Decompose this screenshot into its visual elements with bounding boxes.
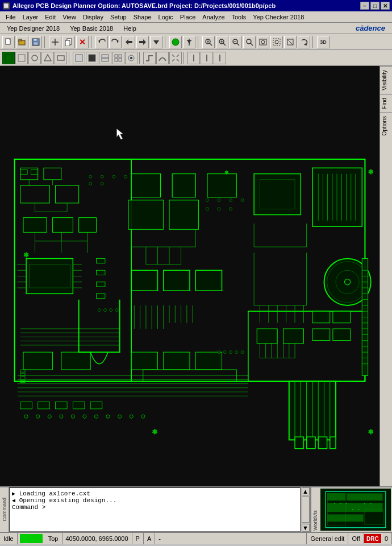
svg-rect-173 xyxy=(283,329,304,344)
svg-point-195 xyxy=(94,415,98,418)
console-scrollbar[interactable]: ▲ ▼ xyxy=(301,487,310,532)
menu-view[interactable]: View xyxy=(59,13,80,22)
menu-display[interactable]: Display xyxy=(80,13,107,22)
svg-rect-172 xyxy=(257,329,277,344)
tb2-line2[interactable] xyxy=(201,52,213,64)
tb-zoom-out[interactable] xyxy=(230,36,242,48)
minimize-button[interactable]: − xyxy=(360,2,369,10)
tb-new[interactable] xyxy=(2,36,15,48)
svg-point-194 xyxy=(83,415,86,418)
tb2-shape3[interactable] xyxy=(99,52,111,64)
svg-text:✱: ✱ xyxy=(369,167,374,176)
tb2-expand[interactable] xyxy=(169,52,182,64)
tb2-circle[interactable] xyxy=(28,52,41,64)
svg-point-44 xyxy=(32,55,37,61)
svg-rect-242 xyxy=(327,493,345,500)
menu-analyze[interactable]: Analyze xyxy=(199,13,228,22)
tb-down[interactable] xyxy=(150,36,162,48)
svg-line-34 xyxy=(251,43,253,46)
svg-rect-43 xyxy=(18,55,25,61)
menu-edit[interactable]: Edit xyxy=(41,13,59,22)
tb-zoom-in[interactable] xyxy=(216,36,228,48)
tb-zoom-world[interactable] xyxy=(257,36,269,48)
console-line-3-text: Command > xyxy=(12,504,45,511)
tb2-line1[interactable] xyxy=(187,52,200,64)
title-bar: 🔲 Allegro PCB Design Planner Option: AUT… xyxy=(0,0,392,11)
svg-rect-52 xyxy=(119,55,122,57)
menu-help[interactable]: Help xyxy=(119,24,141,33)
tb-back[interactable] xyxy=(123,36,135,48)
menu-file[interactable]: File xyxy=(2,13,19,22)
svg-marker-15 xyxy=(143,39,146,45)
status-p[interactable]: P xyxy=(132,533,144,544)
tb-cross[interactable] xyxy=(49,36,61,48)
tb-zoom-fit[interactable] xyxy=(202,36,215,48)
status-idle: Idle xyxy=(0,533,18,544)
svg-rect-14 xyxy=(128,41,132,43)
svg-rect-181 xyxy=(131,352,157,370)
find-button[interactable]: Find xyxy=(380,94,392,112)
tb-3d[interactable]: 3D xyxy=(317,36,330,48)
tb-redo[interactable] xyxy=(109,36,122,48)
svg-rect-130 xyxy=(312,168,362,226)
svg-rect-77 xyxy=(23,218,47,233)
svg-marker-21 xyxy=(187,40,191,44)
tb2-triangle[interactable] xyxy=(41,52,54,64)
status-count: 0 xyxy=(381,533,392,544)
tb2-rect-select[interactable] xyxy=(55,52,67,64)
svg-rect-79 xyxy=(79,218,97,233)
tb-save[interactable] xyxy=(30,36,42,48)
menu-yep-basic[interactable]: Yep Basic 2018 xyxy=(65,24,118,33)
svg-rect-78 xyxy=(52,218,73,233)
tb2-shape2[interactable] xyxy=(86,52,98,64)
tb2-via[interactable] xyxy=(125,52,137,64)
tb2-select[interactable] xyxy=(2,52,15,64)
tb2-unselect[interactable] xyxy=(15,52,28,64)
svg-rect-128 xyxy=(254,174,301,215)
menu-tools[interactable]: Tools xyxy=(228,13,250,22)
tb2-shape4[interactable] xyxy=(112,52,124,64)
app-icon: 🔲 xyxy=(2,2,10,10)
tb2-shape1[interactable] xyxy=(73,52,85,64)
maximize-button[interactable]: □ xyxy=(370,2,380,10)
menu-layer[interactable]: Layer xyxy=(19,13,42,22)
tb2-line3[interactable] xyxy=(214,52,226,64)
svg-rect-111 xyxy=(172,174,195,197)
right-panel: Visibility Find Options xyxy=(380,66,392,486)
tb-open[interactable] xyxy=(16,36,28,48)
tb-undo[interactable] xyxy=(95,36,108,48)
tb2-route[interactable] xyxy=(143,52,156,64)
tb-refresh[interactable] xyxy=(298,36,310,48)
visibility-button[interactable]: Visibility xyxy=(380,66,392,94)
svg-point-36 xyxy=(261,40,265,44)
options-button[interactable]: Options xyxy=(380,112,392,139)
svg-line-40 xyxy=(287,39,293,45)
status-layer[interactable]: Top xyxy=(45,533,62,544)
tb-zoom-selection[interactable] xyxy=(270,36,283,48)
tb2-arc[interactable] xyxy=(156,52,169,64)
menu-logic[interactable]: Logic xyxy=(155,13,177,22)
menu-shape[interactable]: Shape xyxy=(130,13,155,22)
tb-delete[interactable]: ✕ xyxy=(76,36,89,48)
svg-rect-48 xyxy=(89,55,95,61)
tb-copy[interactable] xyxy=(62,36,75,48)
tb-forward[interactable] xyxy=(136,36,149,48)
svg-line-60 xyxy=(177,59,179,61)
svg-text:✱: ✱ xyxy=(24,250,29,259)
svg-point-197 xyxy=(118,415,122,418)
tb-pin[interactable] xyxy=(183,36,195,48)
svg-point-189 xyxy=(24,415,28,418)
svg-rect-145 xyxy=(333,311,351,323)
tb-zoom-area[interactable] xyxy=(284,36,297,48)
toolbar-1: ✕ 3D xyxy=(0,34,392,50)
tb-zoom-prev[interactable] xyxy=(243,36,256,48)
menu-yep-checker[interactable]: Yep Checker 2018 xyxy=(249,13,307,22)
svg-rect-83 xyxy=(26,259,73,294)
menu-yep-designer[interactable]: Yep Designer 2018 xyxy=(2,24,64,33)
menu-place[interactable]: Place xyxy=(177,13,199,22)
svg-point-215 xyxy=(89,175,92,178)
pcb-canvas[interactable]: ✱ ✱ ✱ ✱ ✱ xyxy=(0,66,380,486)
close-button[interactable]: ✕ xyxy=(381,2,390,10)
tb-ratsnest[interactable] xyxy=(169,36,182,48)
menu-setup[interactable]: Setup xyxy=(107,13,130,22)
